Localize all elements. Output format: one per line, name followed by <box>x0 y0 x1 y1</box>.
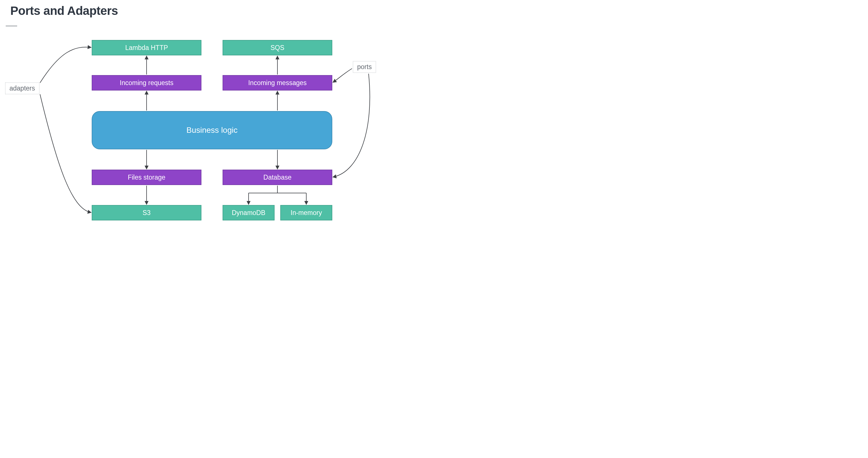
node-incoming-messages: Incoming messages <box>223 75 332 91</box>
node-files-storage: Files storage <box>92 170 202 185</box>
node-business-logic: Business logic <box>92 111 332 149</box>
node-lambda-http: Lambda HTTP <box>92 40 202 55</box>
edge-database-split <box>249 186 306 204</box>
edge-label-adapters-to-lambda-http <box>40 47 91 83</box>
node-database: Database <box>223 170 332 185</box>
node-incoming-requests: Incoming requests <box>92 75 202 91</box>
slide: Ports and Adapters adapters ports Lambda… <box>0 0 434 229</box>
title-underline <box>6 26 17 26</box>
slide-title: Ports and Adapters <box>10 4 118 18</box>
label-ports: ports <box>353 61 376 73</box>
edge-label-ports-to-database <box>333 74 370 177</box>
edge-label-adapters-to-s3 <box>40 94 91 212</box>
node-dynamodb: DynamoDB <box>223 205 275 221</box>
edge-label-ports-to-incoming-messages <box>333 68 352 82</box>
node-s3: S3 <box>92 205 202 221</box>
node-in-memory: In-memory <box>280 205 332 221</box>
label-adapters: adapters <box>5 83 39 94</box>
node-sqs: SQS <box>223 40 332 55</box>
